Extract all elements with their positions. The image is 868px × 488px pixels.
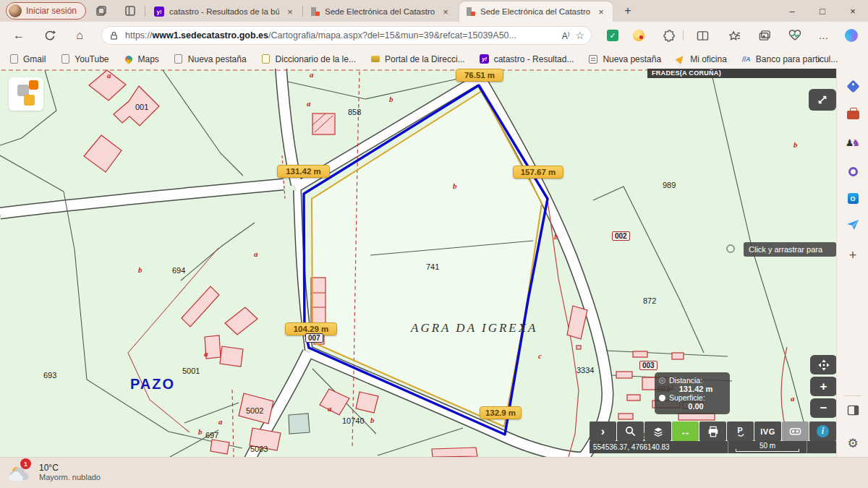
favorite-star-icon[interactable]: ☆ [575,30,584,41]
radio-icon[interactable] [659,377,665,384]
tab-title: Sede Electrónica del Catastro - C [325,7,435,16]
bookmarks-overflow-icon[interactable]: › [817,53,821,65]
map-toolbar: › ↔ P IVG i [590,421,836,441]
tab-close-icon[interactable]: × [284,7,296,17]
zoom-out-button[interactable]: − [810,398,836,418]
home-icon[interactable]: ⌂ [71,27,88,43]
portal-icon [370,54,380,64]
fullscreen-button[interactable] [809,89,836,111]
tools-icon[interactable] [837,111,868,119]
parcel-number: 858 [348,108,361,116]
catastro-favicon [310,7,320,17]
tab-separator [145,6,145,17]
subparcel-letter: b [198,427,203,436]
bookmark-new-tab[interactable]: Nueva pestaña [174,54,247,64]
yahoo-favicon: y! [154,7,164,17]
weather-widget[interactable]: 1 10°C Mayorm. nublado [7,461,101,483]
workspaces-icon[interactable] [94,4,109,18]
map-status-bar: 554536.37, 4766140.83 50 m [590,441,836,453]
games-icon[interactable]: ♟♞ [837,138,868,147]
radio-icon[interactable] [659,395,665,401]
search-parcel-button[interactable] [617,421,644,441]
parcel-number: 872 [643,296,656,305]
measure-length-label: 132.9 m [480,406,522,419]
tab-catastro-search[interactable]: y! catastro - Resultados de la búsq × [148,1,302,22]
minimize-button[interactable]: – [777,0,807,22]
copilot-icon[interactable] [843,28,859,43]
banco-icon: //A [741,54,752,64]
sec-logo[interactable] [9,77,43,111]
drop-icon[interactable] [837,219,868,231]
subparcel-letter: c [538,351,542,360]
tab-title: catastro - Resultados de la búsq [169,7,279,16]
print-button[interactable] [699,421,726,441]
vertical-tabs-icon[interactable] [123,4,137,18]
collections-icon[interactable] [757,28,773,43]
split-screen-icon[interactable] [694,28,710,43]
windows-taskbar: 1 10°C Mayorm. nublado Búsqueda b [0,457,868,488]
bookmark-gmail[interactable]: Gmail [9,54,46,64]
coordinates-readout: 554536.37, 4766140.83 [590,443,728,451]
gear-icon[interactable]: ⚙ [837,436,868,451]
oficina-icon [676,54,686,64]
tab-catastro-c[interactable]: Sede Electrónica del Catastro - C × [304,1,457,22]
favorites-icon[interactable] [726,28,742,43]
bookmark-catastro[interactable]: y!catastro - Resultad... [480,54,574,64]
parcel-number: 5001 [182,367,200,375]
subparcel-letter: b [453,181,457,190]
bookmark-mi-oficina[interactable]: Mi oficina [676,54,727,64]
distancia-label: Distancia: [669,376,702,385]
bookmark-portal[interactable]: Portal de la Direcci... [370,54,465,64]
notification-badge: 1 [20,458,31,469]
browser-essentials-icon[interactable] [787,28,803,43]
dictionary-icon [261,54,271,64]
bookmark-diccionario[interactable]: Diccionario de la le... [261,54,356,64]
subparcel-letter: b [138,265,142,274]
view3d-button[interactable] [782,421,809,441]
toolbar-separator [683,30,684,40]
new-tab-button[interactable]: + [619,3,637,19]
back-icon[interactable]: ← [10,27,27,43]
streetview-button[interactable]: P [727,421,754,441]
measure-tool-button[interactable]: ↔ [672,421,699,441]
shopping-tag-icon[interactable] [837,82,868,91]
maximize-button[interactable]: □ [807,0,838,22]
read-aloud-icon[interactable]: A) [562,30,570,41]
more-menu-icon[interactable]: … [816,28,832,43]
address-input[interactable]: https://www1.sedecatastro.gob.es/Cartogr… [101,26,592,45]
outlook-icon[interactable]: O [837,193,868,204]
sidebar-toggle-icon[interactable] [837,405,868,416]
drag-handle-icon[interactable] [726,244,735,253]
layers-button[interactable] [644,421,671,441]
tab-close-icon[interactable]: × [440,7,451,17]
subparcel-letter: a [310,70,314,79]
superficie-label: Superficie: [669,393,705,402]
distancia-value: 131.42 m [659,385,726,393]
place-name-pazo: PAZO [130,376,175,392]
extension-adblock-icon[interactable]: ✓ [605,28,621,43]
pan-button[interactable] [810,355,836,374]
tab-close-icon[interactable]: × [595,7,607,17]
measure-length-label: 157.67 m [513,166,563,179]
parcel-number: 989 [663,181,676,189]
add-sidebar-item-icon[interactable]: + [837,248,868,263]
extensions-puzzle-icon[interactable] [661,28,677,43]
extension-avatar-icon[interactable] [631,28,647,43]
zoom-in-button[interactable]: + [810,377,836,396]
browser-window: Iniciar sesión y! catastro - Resultados … [0,0,868,488]
bookmark-banco[interactable]: //ABanco para particul... [741,54,838,64]
bookmark-maps[interactable]: Maps [124,54,159,64]
bookmark-youtube[interactable]: YouTube [60,54,109,64]
ivg-button[interactable]: IVG [754,421,781,441]
info-button[interactable]: i [809,421,836,441]
microsoft-365-icon[interactable] [837,167,868,176]
measure-length-label: 76.51 m [456,69,503,82]
subparcel-letter: a [204,349,208,358]
refresh-icon[interactable] [41,27,58,43]
expand-toolbar-button[interactable]: › [590,421,616,441]
bookmark-new-tab-2[interactable]: Nueva pestaña [588,54,661,64]
signin-button[interactable]: Iniciar sesión [6,2,86,20]
close-button[interactable]: × [838,0,868,22]
cadastral-map[interactable]: 001 858 989 694 741 693 5001 872 3334 10… [0,69,836,457]
tab-catastro-map-active[interactable]: Sede Electrónica del Catastro - F × [459,1,613,22]
